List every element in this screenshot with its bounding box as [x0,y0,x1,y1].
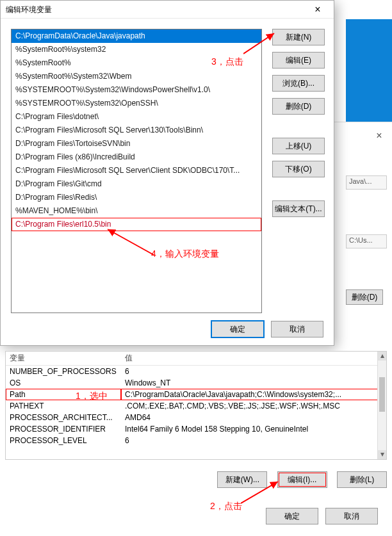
move-up-button[interactable]: 上移(U) [272,138,325,154]
ok-button[interactable]: 确定 [211,321,264,337]
table-row[interactable]: NUMBER_OF_PROCESSORS6 [6,366,386,378]
list-item[interactable]: %SYSTEMROOT%\System32\OpenSSH\ [12,97,261,110]
list-item[interactable]: %SystemRoot% [12,56,261,70]
scrollbar[interactable]: ▴ ▾ [377,352,386,459]
list-item[interactable]: C:\ProgramData\Oracle\Java\javapath [12,29,261,43]
table-row[interactable]: PROCESSOR_ARCHITECT...AMD64 [6,412,386,423]
list-item[interactable]: D:\Program Files\Redis\ [12,191,261,204]
edit-text-button[interactable]: 编辑文本(T)... [272,200,325,217]
edit-button[interactable]: 编辑(E) [272,52,325,69]
list-item[interactable]: D:\Program Files (x86)\IncrediBuild [12,150,261,164]
table-row-path[interactable]: PathC:\ProgramData\Oracle\Java\javapath;… [6,389,386,400]
edit-env-var-dialog: 编辑环境变量 × C:\ProgramData\Oracle\Java\java… [0,0,334,346]
dialog-footer-buttons: 确定 取消 [206,321,323,337]
table-row[interactable]: PATHEXT.COM;.EXE;.BAT;.CMD;.VBS;.VBE;.JS… [6,400,386,412]
table-row[interactable]: PROCESSOR_LEVEL6 [6,435,386,446]
system-vars-buttons: 新建(W)... 编辑(I)... 删除(L) [5,471,387,493]
delete-var-button[interactable]: 删除(L) [337,471,387,488]
dialog-button-column: 新建(N) 编辑(E) 浏览(B)... 删除(D) 上移(U) 下移(O) 编… [272,29,325,222]
list-item[interactable]: D:\Program Files\TortoiseSVN\bin [12,137,261,150]
dialog-titlebar: 编辑环境变量 × [1,1,334,19]
new-var-button[interactable]: 新建(W)... [217,471,267,488]
table-row[interactable]: OSWindows_NT [6,377,386,389]
list-item[interactable]: %SYSTEMROOT%\System32\WindowsPowerShell\… [12,83,261,97]
col-header-name[interactable]: 变量 [6,352,121,366]
close-icon[interactable]: × [304,1,331,19]
scroll-thumb[interactable] [379,377,385,412]
system-vars-table[interactable]: 变量 值 NUMBER_OF_PROCESSORS6 OSWindows_NT … [6,352,386,446]
new-button[interactable]: 新建(N) [272,29,325,45]
move-down-button[interactable]: 下移(O) [272,161,325,177]
bg-panel: Java\... C:\Us... 删除(D) [346,160,387,305]
edit-var-button[interactable]: 编辑(I)... [277,471,327,488]
list-item[interactable]: %MAVEN_HOME%\bin\ [12,204,261,218]
list-item[interactable]: C:\Program Files\Microsoft SQL Server\Cl… [12,164,261,177]
annotation-2: 2，点击 [210,501,242,512]
list-item[interactable]: C:\Program Files\dotnet\ [12,110,261,124]
scroll-down-icon[interactable]: ▾ [378,450,386,459]
bg-stub-2: C:\Us... [346,234,387,248]
env-cancel-button[interactable]: 取消 [325,508,378,524]
browse-button[interactable]: 浏览(B)... [272,75,325,92]
list-item[interactable]: %SystemRoot%\System32\Wbem [12,70,261,83]
env-dialog-footer: 确定 取消 [261,508,378,530]
cancel-button[interactable]: 取消 [271,321,323,337]
env-ok-button[interactable]: 确定 [266,508,318,524]
close-icon[interactable]: × [370,130,389,142]
list-item[interactable]: D:\Program Files\Git\cmd [12,177,261,191]
path-listbox[interactable]: C:\ProgramData\Oracle\Java\javapath %Sys… [11,29,262,313]
system-vars-table-wrap: 变量 值 NUMBER_OF_PROCESSORS6 OSWindows_NT … [5,351,387,460]
scroll-up-icon[interactable]: ▴ [378,352,386,361]
bg-stub-1: Java\... [346,175,387,190]
system-vars-panel: 变量 值 NUMBER_OF_PROCESSORS6 OSWindows_NT … [5,351,387,536]
list-item[interactable]: C:\Program Files\Microsoft SQL Server\13… [12,124,261,137]
table-row[interactable]: PROCESSOR_IDENTIFIERIntel64 Family 6 Mod… [6,423,386,435]
delete-button[interactable]: 删除(D) [272,98,325,115]
list-item-new-entry[interactable]: C:\Program Files\erl10.5\bin [12,218,261,231]
dialog-title: 编辑环境变量 [6,5,52,14]
col-header-value[interactable]: 值 [121,352,386,366]
list-item[interactable]: %SystemRoot%\system32 [12,43,261,56]
desktop-bg [346,19,392,122]
bg-delete-button[interactable]: 删除(D) [346,289,383,305]
